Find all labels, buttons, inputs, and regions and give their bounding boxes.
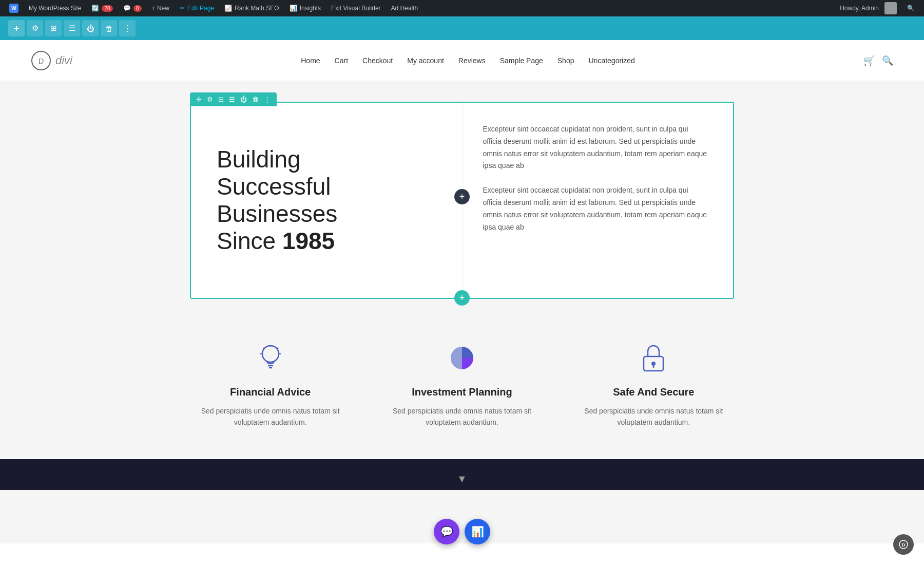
headline-line4: Since 1985	[217, 228, 441, 255]
nav-checkout[interactable]: Checkout	[362, 56, 393, 65]
admin-insights[interactable]: 📊 Insights	[284, 0, 326, 16]
svg-text:D: D	[38, 58, 44, 65]
hero-row-editor: ✛ ⚙ ⊞ ☰ ⏻ 🗑 ⋮ + Building Successful	[190, 102, 734, 299]
chart-pie-icon	[444, 340, 480, 376]
row-toggle-btn[interactable]: ⏻	[238, 95, 249, 104]
divi-add-btn[interactable]: +	[8, 20, 25, 36]
chat-float-btn[interactable]: 💬	[434, 519, 459, 544]
admin-bar: W My WordPress Site 🔄 20 💬 0 + New ✏ Edi…	[0, 0, 924, 16]
hero-paragraph1: Excepteur sint occaecat cupidatat non pr…	[483, 123, 708, 172]
svg-point-12	[651, 362, 656, 366]
divi-list-btn[interactable]: ☰	[64, 20, 80, 36]
divi-more-btn[interactable]: ⋮	[119, 20, 136, 36]
chat-icon: 💬	[440, 525, 453, 538]
feature-investment-title: Investment Planning	[381, 386, 542, 398]
floating-buttons: 💬 📊	[434, 519, 490, 544]
main-content: ✛ ⚙ ⊞ ☰ ⏻ 🗑 ⋮ + Building Successful	[0, 81, 924, 543]
site-nav: Home Cart Checkout My account Reviews Sa…	[301, 56, 635, 65]
admin-edit-page[interactable]: ✏ Edit Page	[175, 0, 219, 16]
svg-text:D: D	[902, 542, 906, 548]
admin-updates[interactable]: 🔄 20	[86, 0, 118, 16]
dark-band: ▼	[0, 459, 924, 490]
cart-icon[interactable]: 🛒	[863, 55, 875, 66]
row-settings-btn[interactable]: ⚙	[205, 95, 215, 104]
row-delete-btn[interactable]: 🗑	[250, 95, 261, 104]
feature-financial-advice: Financial Advice Sed perspiciatis unde o…	[190, 340, 351, 428]
feature-financial-title: Financial Advice	[190, 386, 351, 398]
site-logo: D divi	[31, 50, 72, 71]
divi-settings-btn[interactable]: ⚙	[27, 20, 43, 36]
divi-power-btn[interactable]: ⏻	[82, 20, 99, 36]
admin-exit-visual-builder[interactable]: Exit Visual Builder	[326, 0, 386, 16]
add-module-btn-top[interactable]: +	[454, 189, 470, 204]
admin-site-name[interactable]: My WordPress Site	[24, 0, 86, 16]
hero-headline: Building Successful Businesses Since 198…	[217, 146, 441, 255]
scroll-arrow[interactable]: ▼	[457, 473, 467, 485]
logo-text: divi	[55, 54, 72, 67]
feature-secure-desc: Sed perspiciatis unde omnis natus totam …	[573, 405, 734, 428]
nav-home[interactable]: Home	[301, 56, 320, 65]
lock-icon	[636, 340, 671, 376]
feature-investment-desc: Sed perspiciatis unde omnis natus totam …	[381, 405, 542, 428]
feature-financial-desc: Sed perspiciatis unde omnis natus totam …	[190, 405, 351, 428]
row-layout-btn[interactable]: ☰	[227, 95, 237, 104]
divi-tools: + ⚙ ⊞ ☰ ⏻ 🗑 ⋮	[8, 20, 136, 36]
row-toolbar: ✛ ⚙ ⊞ ☰ ⏻ 🗑 ⋮	[190, 92, 277, 106]
admin-howdy[interactable]: Howdy, Admin	[835, 0, 902, 16]
search-icon[interactable]: 🔍	[882, 55, 893, 66]
admin-ad-health[interactable]: Ad Health	[386, 0, 424, 16]
feature-secure: Safe And Secure Sed perspiciatis unde om…	[573, 340, 734, 428]
hero-text-col: Excepteur sint occaecat cupidatat non pr…	[462, 103, 734, 298]
hero-paragraph2: Excepteur sint occaecat cupidatat non pr…	[483, 184, 708, 233]
hero-headline-col: Building Successful Businesses Since 198…	[191, 103, 462, 298]
admin-search[interactable]: 🔍	[902, 0, 920, 16]
add-row-btn-bottom[interactable]: +	[454, 290, 470, 306]
nav-uncategorized[interactable]: Uncategorized	[588, 56, 634, 65]
stats-icon: 📊	[471, 525, 484, 538]
row-move-btn[interactable]: ✛	[194, 95, 204, 104]
svg-line-6	[263, 348, 264, 349]
divi-topbar: + ⚙ ⊞ ☰ ⏻ 🗑 ⋮	[0, 16, 924, 40]
svg-line-7	[277, 348, 278, 349]
divi-logo-icon: D	[31, 50, 51, 71]
admin-new[interactable]: + New	[147, 0, 175, 16]
nav-sample-page[interactable]: Sample Page	[500, 56, 543, 65]
feature-investment: Investment Planning Sed perspiciatis und…	[381, 340, 542, 428]
site-header: D divi Home Cart Checkout My account Rev…	[0, 40, 924, 81]
nav-cart[interactable]: Cart	[335, 56, 348, 65]
nav-reviews[interactable]: Reviews	[458, 56, 486, 65]
row-duplicate-btn[interactable]: ⊞	[216, 95, 226, 104]
headline-line2: Successful	[217, 173, 441, 200]
wp-logo[interactable]: W	[4, 0, 24, 16]
nav-shop[interactable]: Shop	[557, 56, 574, 65]
svg-point-2	[262, 346, 279, 362]
admin-comments[interactable]: 💬 0	[118, 0, 147, 16]
divi-layout-btn[interactable]: ⊞	[45, 20, 62, 36]
headline-line3: Businesses	[217, 200, 441, 228]
divi-corner-icon[interactable]: D	[893, 534, 914, 555]
features-section: Financial Advice Sed perspiciatis unde o…	[190, 330, 734, 449]
admin-rank-math[interactable]: 📈 Rank Math SEO	[219, 0, 284, 16]
row-more-btn[interactable]: ⋮	[262, 95, 273, 104]
divi-trash-btn[interactable]: 🗑	[101, 20, 117, 36]
lightbulb-icon	[253, 340, 288, 376]
features-grid: Financial Advice Sed perspiciatis unde o…	[190, 340, 734, 428]
nav-icons: 🛒 🔍	[863, 55, 893, 66]
stats-float-btn[interactable]: 📊	[465, 519, 490, 544]
nav-my-account[interactable]: My account	[407, 56, 444, 65]
headline-line1: Building	[217, 146, 441, 173]
feature-secure-title: Safe And Secure	[573, 386, 734, 398]
